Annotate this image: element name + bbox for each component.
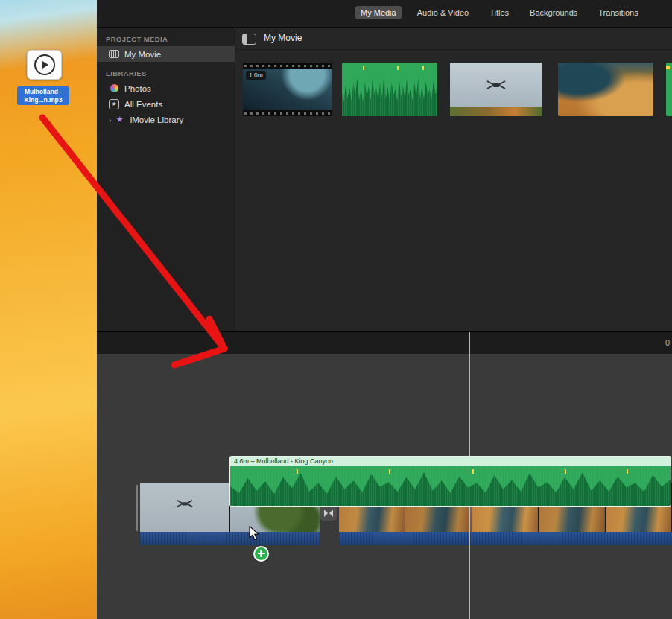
project-media-header: PROJECT MEDIA xyxy=(97,28,235,46)
add-badge-icon xyxy=(253,546,269,562)
file-label-line1: Mulholland - xyxy=(18,88,69,96)
filmstrip-icon xyxy=(109,50,119,58)
filmstrip-sprockets xyxy=(243,110,332,116)
cursor-arrow-icon xyxy=(249,526,261,541)
desktop-audio-file-icon[interactable] xyxy=(27,50,62,80)
tab-transitions[interactable]: Transitions xyxy=(592,6,644,19)
audio-clip-body xyxy=(230,466,671,506)
media-thumbnail-video[interactable]: 1.0m xyxy=(243,63,332,116)
sidebar-item-label: iMovie Library xyxy=(130,115,184,124)
film-frame-drone xyxy=(140,483,230,532)
peak-marker xyxy=(627,469,628,474)
drone-silhouette xyxy=(485,80,507,90)
sidebar-item-my-movie[interactable]: My Movie xyxy=(97,46,235,62)
transition-icon[interactable] xyxy=(320,504,337,521)
tab-backgrounds[interactable]: Backgrounds xyxy=(524,6,583,19)
audio-track-bar xyxy=(140,532,320,545)
media-tab-bar: My Media Audio & Video Titles Background… xyxy=(97,0,672,28)
sidebar: PROJECT MEDIA My Movie LIBRARIES Photos … xyxy=(97,28,235,331)
ground-strip xyxy=(450,107,542,116)
audio-waveform xyxy=(342,70,437,116)
dragged-audio-clip[interactable]: 4.6m – Mulholland - King Canyon xyxy=(229,456,671,507)
timeline-start-marker xyxy=(136,485,138,531)
audio-clip-title: 4.6m – Mulholland - King Canyon xyxy=(230,457,671,466)
media-thumbnail-aerial-photo[interactable] xyxy=(558,63,653,116)
sidebar-toggle-icon[interactable] xyxy=(242,34,256,45)
sidebar-item-label: All Events xyxy=(124,100,162,109)
browser-title: My Movie xyxy=(264,33,302,43)
peak-marker xyxy=(363,66,364,70)
drone-silhouette xyxy=(175,499,194,508)
photos-app-icon xyxy=(109,84,119,92)
bowtie-icon xyxy=(323,509,334,518)
media-thumbnail-audio-partial[interactable] xyxy=(666,63,672,116)
ruler-zero-label: 0 xyxy=(665,338,670,347)
browser-header: My Movie xyxy=(235,28,672,50)
tab-titles[interactable]: Titles xyxy=(484,6,515,19)
audio-track-bar xyxy=(339,532,672,545)
play-icon xyxy=(34,54,55,75)
star-square-icon: ★ xyxy=(109,99,119,109)
sidebar-item-imovie-library[interactable]: › ★ iMovie Library xyxy=(97,112,235,127)
screen: Mulholland - King...n.mp3 My Media Audio… xyxy=(0,0,672,619)
peak-marker xyxy=(565,469,566,474)
imovie-star-icon: ★ xyxy=(115,115,125,124)
peak-marker xyxy=(297,469,298,474)
tab-audio-video[interactable]: Audio & Video xyxy=(411,6,475,19)
file-label-line2: King...n.mp3 xyxy=(18,96,69,104)
media-thumbnail-drone-photo[interactable] xyxy=(450,63,542,116)
chevron-right-icon[interactable]: › xyxy=(109,115,112,124)
filmstrip-sprockets xyxy=(243,63,332,69)
sidebar-item-photos[interactable]: Photos xyxy=(97,80,235,96)
peak-marker xyxy=(666,66,670,69)
media-thumbnail-audio[interactable] xyxy=(342,63,437,116)
sidebar-item-label: My Movie xyxy=(124,50,161,59)
tab-my-media[interactable]: My Media xyxy=(355,6,402,19)
imovie-window: My Media Audio & Video Titles Background… xyxy=(97,0,672,619)
duration-badge: 1.0m xyxy=(246,71,266,80)
tabs: My Media Audio & Video Titles Background… xyxy=(355,6,644,19)
sidebar-item-label: Photos xyxy=(124,84,151,93)
peak-marker xyxy=(397,66,399,70)
peak-marker xyxy=(422,66,424,70)
media-browser: My Movie 1.0m xyxy=(235,28,672,331)
peak-marker xyxy=(389,469,390,474)
peak-marker xyxy=(472,469,474,474)
timeline-ruler[interactable]: 0 xyxy=(97,331,672,355)
libraries-header: LIBRARIES xyxy=(97,62,235,80)
desktop-file-label[interactable]: Mulholland - King...n.mp3 xyxy=(17,86,69,105)
sidebar-item-all-events[interactable]: ★ All Events xyxy=(97,96,235,112)
